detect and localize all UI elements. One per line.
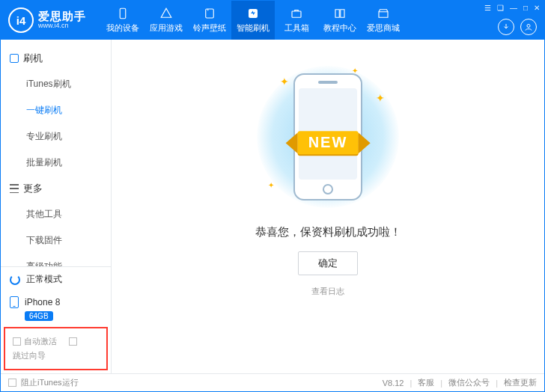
sidebar-item-download-fw[interactable]: 下载固件 <box>1 227 111 254</box>
sidebar-item-pro-flash[interactable]: 专业刷机 <box>1 123 111 150</box>
group-title: 刷机 <box>23 52 43 65</box>
tab-store[interactable]: 爱思商城 <box>362 1 405 40</box>
tab-apps[interactable]: 应用游戏 <box>144 1 188 40</box>
tab-label: 爱思商城 <box>367 22 400 34</box>
success-illustration: ✦ ✦ ✦ ✦ NEW <box>246 62 410 212</box>
store-icon <box>377 7 390 20</box>
brand-name: 爱思助手 <box>38 10 86 23</box>
titlebar-actions <box>498 19 537 35</box>
tab-label: 智能刷机 <box>237 22 270 34</box>
phone-icon <box>10 296 19 308</box>
spinner-icon <box>10 275 20 285</box>
download-button[interactable] <box>498 19 514 35</box>
tab-toolbox[interactable]: 工具箱 <box>275 1 318 40</box>
checkbox-label: 自动激活 <box>24 336 57 347</box>
update-link[interactable]: 检查更新 <box>504 377 537 388</box>
book-icon <box>333 7 347 20</box>
sidebar-item-advanced[interactable]: 高级功能 <box>1 254 111 266</box>
sidebar-item-oneclick-flash[interactable]: 一键刷机 <box>1 97 111 123</box>
skin-icon[interactable]: ❏ <box>497 4 504 12</box>
tab-label: 应用游戏 <box>150 22 183 34</box>
ok-button[interactable]: 确定 <box>298 251 358 275</box>
window-controls: ☰ ❏ — □ ✕ <box>484 4 540 12</box>
flash-icon <box>246 7 260 20</box>
tab-ringtones[interactable]: 铃声壁纸 <box>188 1 231 40</box>
main-panel: ✦ ✦ ✦ ✦ NEW 恭喜您，保资料刷机成功啦！ 确定 查看日志 <box>112 40 544 373</box>
svg-rect-3 <box>292 11 301 17</box>
toolbox-icon <box>290 7 303 20</box>
tab-label: 工具箱 <box>284 22 309 34</box>
hamburger-icon <box>10 184 19 193</box>
sidebar-item-batch-flash[interactable]: 批量刷机 <box>1 150 111 176</box>
minimize-icon[interactable]: — <box>510 4 517 12</box>
success-message: 恭喜您，保资料刷机成功啦！ <box>255 225 401 239</box>
sidebar-group-flash: 刷机 <box>1 46 111 71</box>
capacity-badge: 64GB <box>25 311 53 321</box>
titlebar: i4 爱思助手 www.i4.cn 我的设备 应用游戏 铃声壁纸 智能刷机 工具… <box>1 1 544 40</box>
checkbox-label: 跳过向导 <box>13 350 46 361</box>
maximize-icon[interactable]: □ <box>523 4 528 12</box>
checkbox-skip-guide[interactable] <box>69 337 77 346</box>
sidebar-item-itunes-flash[interactable]: iTunes刷机 <box>1 71 111 97</box>
brand: i4 爱思助手 www.i4.cn <box>1 7 94 33</box>
device-row[interactable]: iPhone 8 <box>1 292 111 310</box>
menu-icon[interactable]: ☰ <box>484 4 491 12</box>
device-icon <box>116 7 130 20</box>
support-link[interactable]: 客服 <box>418 377 434 388</box>
tab-label: 教程中心 <box>323 22 356 34</box>
view-log-link[interactable]: 查看日志 <box>311 286 344 297</box>
tab-tutorials[interactable]: 教程中心 <box>318 1 362 40</box>
group-title: 更多 <box>23 182 43 195</box>
checkbox-block-itunes[interactable] <box>8 379 16 387</box>
svg-rect-1 <box>206 9 214 18</box>
wechat-link[interactable]: 微信公众号 <box>448 377 490 388</box>
brand-url: www.i4.cn <box>38 22 86 30</box>
tab-label: 我的设备 <box>106 22 139 34</box>
sidebar-group-more: 更多 <box>1 176 111 201</box>
apps-icon <box>159 7 173 20</box>
sidebar-item-other-tools[interactable]: 其他工具 <box>1 201 111 227</box>
square-icon <box>10 54 19 63</box>
device-name: iPhone 8 <box>25 297 60 307</box>
tab-label: 铃声壁纸 <box>193 22 226 34</box>
block-itunes-label: 阻止iTunes运行 <box>21 377 79 388</box>
svg-rect-0 <box>120 8 126 19</box>
statusbar: 阻止iTunes运行 V8.12 | 客服 | 微信公众号 | 检查更新 <box>1 373 544 391</box>
options-highlight: 自动激活 跳过向导 <box>4 327 108 370</box>
ribbon-label: NEW <box>298 131 359 154</box>
logo-icon: i4 <box>8 7 34 33</box>
top-tabs: 我的设备 应用游戏 铃声壁纸 智能刷机 工具箱 教程中心 爱思商城 <box>101 1 405 40</box>
svg-point-4 <box>527 25 530 28</box>
mode-row[interactable]: 正常模式 <box>1 267 111 292</box>
close-icon[interactable]: ✕ <box>534 4 540 12</box>
tab-my-device[interactable]: 我的设备 <box>101 1 144 40</box>
sidebar: 刷机 iTunes刷机 一键刷机 专业刷机 批量刷机 更多 其他工具 下载固件 … <box>1 40 112 373</box>
version-label: V8.12 <box>383 379 404 388</box>
note-icon <box>203 7 216 20</box>
tab-flash[interactable]: 智能刷机 <box>231 1 275 40</box>
mode-label: 正常模式 <box>26 273 62 286</box>
checkbox-auto-activate[interactable] <box>13 337 21 346</box>
user-button[interactable] <box>520 19 537 35</box>
